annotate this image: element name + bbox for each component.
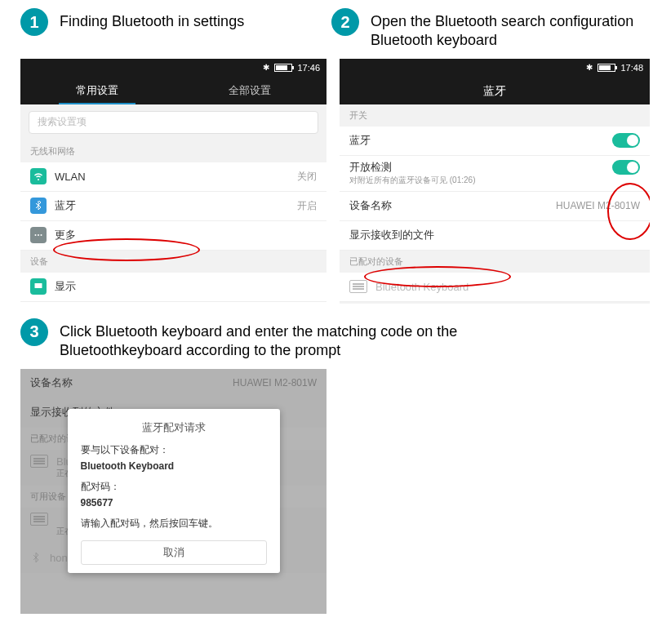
step-3-text: Click Bluetooth keyboard and enter the m… bbox=[60, 318, 457, 361]
section-switch: 开关 bbox=[340, 104, 650, 127]
bluetooth-label: 蓝牙 bbox=[55, 198, 76, 213]
bluetooth-toggle[interactable] bbox=[612, 133, 640, 148]
bluetooth-status-icon: ✱ bbox=[586, 63, 593, 72]
step-2-line2: Bluetooth keyboard bbox=[371, 31, 633, 50]
settings-tabbar: 常用设置 全部设置 bbox=[20, 77, 326, 104]
more-icon bbox=[30, 227, 47, 243]
step-3-header: 3 Click Bluetooth keyboard and enter the… bbox=[0, 304, 653, 369]
statusbar-time: 17:46 bbox=[297, 63, 320, 73]
display-row[interactable]: 显示 bbox=[20, 273, 326, 302]
svg-point-1 bbox=[38, 234, 39, 236]
device-name-value: HUAWEI M2-801W bbox=[556, 200, 640, 211]
device-name-label: 设备名称 bbox=[349, 198, 392, 213]
screenshot-2: ✱ 17:48 蓝牙 开关 蓝牙 开放检测 对附近所有的蓝牙设备可见 (01:2… bbox=[340, 59, 650, 304]
bluetooth-row[interactable]: 蓝牙 开启 bbox=[20, 192, 326, 221]
paired-device-name: Bluetooth Keyboard bbox=[375, 281, 469, 293]
battery-icon bbox=[597, 64, 615, 72]
step-1-number: 1 bbox=[20, 8, 48, 36]
screenshot-3: 设备名称 HUAWEI M2-801W 显示接收到的文件 已配对的设备 Blu … bbox=[20, 369, 326, 614]
step-2-number: 2 bbox=[331, 8, 359, 36]
tab-common-settings[interactable]: 常用设置 bbox=[20, 77, 174, 104]
device-name-row[interactable]: 设备名称 HUAWEI M2-801W bbox=[340, 192, 650, 221]
step-2-line1: Open the Bluetooth search configuration bbox=[371, 12, 633, 31]
paired-device-row[interactable]: Bluetooth Keyboard bbox=[340, 273, 650, 302]
section-wireless: 无线和网络 bbox=[20, 140, 326, 162]
svg-point-2 bbox=[41, 234, 42, 236]
pairing-code: 985677 bbox=[81, 497, 267, 509]
dialog-title: 蓝牙配对请求 bbox=[81, 420, 267, 435]
page-title: 蓝牙 bbox=[340, 77, 650, 104]
bluetooth-icon bbox=[30, 198, 47, 214]
statusbar: ✱ 17:48 bbox=[340, 59, 650, 77]
sound-row[interactable]: 声音 bbox=[20, 302, 326, 304]
more-row[interactable]: 更多 bbox=[20, 221, 326, 251]
bluetooth-status: 开启 bbox=[297, 199, 317, 213]
section-paired: 已配对的设备 bbox=[340, 251, 650, 273]
search-input[interactable]: 搜索设置项 bbox=[29, 111, 318, 134]
section-available: 可用设备 bbox=[340, 302, 650, 304]
wifi-icon bbox=[30, 168, 47, 184]
more-label: 更多 bbox=[55, 228, 76, 242]
code-label: 配对码： bbox=[81, 480, 267, 494]
battery-icon bbox=[274, 64, 292, 72]
detection-label: 开放检测 bbox=[349, 160, 392, 175]
detection-subtext: 对附近所有的蓝牙设备可见 (01:26) bbox=[349, 175, 475, 186]
step-1-text: Finding Bluetooth in settings bbox=[60, 8, 244, 31]
detection-toggle[interactable] bbox=[612, 160, 640, 175]
search-placeholder: 搜索设置项 bbox=[38, 115, 87, 129]
keyboard-icon bbox=[349, 280, 367, 293]
tab-all-settings[interactable]: 全部设置 bbox=[174, 77, 327, 104]
step-2-text: Open the Bluetooth search configuration … bbox=[371, 8, 633, 51]
wlan-status: 关闭 bbox=[297, 170, 317, 184]
pairing-instruction: 请输入配对码，然后按回车键。 bbox=[81, 517, 267, 531]
bluetooth-toggle-label: 蓝牙 bbox=[349, 133, 371, 148]
received-files-label: 显示接收到的文件 bbox=[349, 228, 434, 242]
screenshot-1: ✱ 17:46 常用设置 全部设置 搜索设置项 无线和网络 WLAN 关闭 蓝牙… bbox=[20, 59, 326, 304]
step-1-header: 1 Finding Bluetooth in settings bbox=[0, 0, 326, 44]
dialog-overlay: 蓝牙配对请求 要与以下设备配对： Bluetooth Keyboard 配对码：… bbox=[20, 369, 326, 614]
detection-toggle-row[interactable]: 开放检测 对附近所有的蓝牙设备可见 (01:26) bbox=[340, 156, 650, 192]
step-3-line2: Bluetoothkeyboard according to the promp… bbox=[60, 341, 457, 360]
bluetooth-toggle-row[interactable]: 蓝牙 bbox=[340, 127, 650, 156]
pair-with-label: 要与以下设备配对： bbox=[81, 443, 267, 457]
cancel-button[interactable]: 取消 bbox=[81, 540, 267, 565]
pair-with-name: Bluetooth Keyboard bbox=[81, 460, 267, 472]
wlan-row[interactable]: WLAN 关闭 bbox=[20, 162, 326, 192]
step-3-number: 3 bbox=[20, 318, 48, 346]
wlan-label: WLAN bbox=[55, 171, 86, 183]
bluetooth-status-icon: ✱ bbox=[263, 63, 269, 72]
display-icon bbox=[30, 278, 47, 295]
received-files-row[interactable]: 显示接收到的文件 bbox=[340, 221, 650, 251]
display-label: 显示 bbox=[55, 279, 76, 294]
step-2-header: 2 Open the Bluetooth search configuratio… bbox=[326, 0, 653, 59]
step-3-line1: Click Bluetooth keyboard and enter the m… bbox=[60, 322, 457, 341]
section-device: 设备 bbox=[20, 251, 326, 273]
statusbar: ✱ 17:46 bbox=[20, 59, 326, 77]
pairing-dialog: 蓝牙配对请求 要与以下设备配对： Bluetooth Keyboard 配对码：… bbox=[68, 409, 280, 573]
statusbar-time: 17:48 bbox=[620, 63, 643, 73]
svg-rect-3 bbox=[35, 283, 42, 288]
svg-point-0 bbox=[35, 234, 37, 236]
